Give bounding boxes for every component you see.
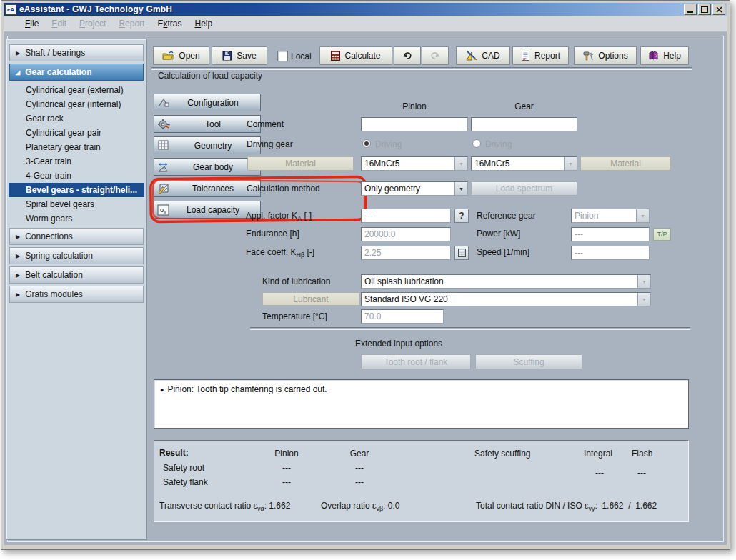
safety-flank-gear-value: --- — [338, 477, 381, 487]
sidebar-item-cylindrical-gear-internal[interactable]: Cylindrical gear (internal) — [9, 97, 144, 111]
sidebar-section-belt-calculation[interactable]: ▶Belt calculation — [9, 266, 144, 284]
redo-button[interactable] — [422, 46, 449, 65]
driving-pinion-radio[interactable] — [362, 139, 371, 148]
sidebar-section-gear-calculation[interactable]: ◢Gear calculation — [9, 64, 144, 81]
sidebar-item-gear-rack[interactable]: Gear rack — [9, 111, 144, 126]
message-text: Pinion: Tooth tip chamfering is carried … — [167, 384, 327, 394]
options-button[interactable]: Options — [574, 46, 637, 65]
lubricant-button[interactable]: Lubricant — [262, 292, 359, 306]
open-folder-icon — [162, 51, 174, 61]
undo-icon — [402, 51, 413, 60]
chevron-down-icon[interactable]: ▼ — [637, 275, 650, 288]
local-checkbox[interactable] — [277, 51, 288, 61]
save-floppy-icon — [222, 51, 232, 61]
material-button-right[interactable]: Material — [580, 156, 671, 171]
speed-input[interactable]: --- — [571, 246, 650, 260]
chevron-right-icon: ▶ — [16, 50, 20, 56]
menu-bar: File Edit Project Report Extras Help — [4, 16, 727, 32]
close-button[interactable] — [712, 4, 725, 15]
chevron-down-icon[interactable]: ▼ — [454, 182, 467, 195]
menu-help[interactable]: Help — [189, 17, 218, 30]
reference-gear-select[interactable]: Pinion ▼ — [571, 209, 650, 223]
save-button[interactable]: Save — [212, 46, 267, 65]
material-gear-value: 16MnCr5 — [472, 157, 564, 170]
transverse-contact-ratio-value: 1.662 — [269, 501, 290, 511]
load-capacity-button[interactable]: σx Load capacity — [154, 201, 261, 219]
local-checkbox-label: Local — [291, 51, 312, 61]
lubrication-select[interactable]: Oil splash lubrication ▼ — [361, 274, 651, 289]
sidebar-item-bevel-gears[interactable]: Bevel gears - straight/heli... — [9, 183, 144, 197]
appl-factor-input[interactable]: --- — [361, 209, 451, 223]
minimize-button[interactable] — [684, 4, 697, 15]
chevron-right-icon: ▶ — [16, 253, 20, 259]
endurance-input[interactable]: 20000.0 — [361, 227, 451, 241]
sidebar-section-label: Belt calculation — [25, 270, 83, 280]
tooth-root-flank-button[interactable]: Tooth root / flank — [361, 354, 471, 369]
sidebar-item-3-gear-train[interactable]: 3-Gear train — [9, 154, 144, 169]
report-button[interactable]: Report — [512, 46, 569, 65]
appl-factor-help-button[interactable]: ? — [454, 209, 469, 223]
sidebar-section-gratis-modules[interactable]: ▶Gratis modules — [9, 286, 144, 303]
lubrication-value: Oil splash lubrication — [362, 275, 637, 288]
sidebar-item-4-gear-train[interactable]: 4-Gear train — [9, 169, 144, 183]
geometry-button[interactable]: Geometry — [154, 136, 261, 154]
sidebar-item-cylindrical-gear-external[interactable]: Cylindrical gear (external) — [9, 83, 144, 97]
sidebar-item-worm-gears[interactable]: Worm gears — [9, 211, 144, 226]
form-separator — [250, 327, 690, 330]
sidebar-section-spring-calculation[interactable]: ▶Spring calculation — [9, 247, 144, 264]
sidebar-section-connections[interactable]: ▶Connections — [9, 228, 144, 245]
chevron-right-icon: ▶ — [16, 272, 20, 279]
load-capacity-button-label: Load capacity — [173, 205, 253, 215]
power-input[interactable]: --- — [571, 227, 650, 241]
calculation-method-select[interactable]: Only geometry ▼ — [361, 181, 468, 196]
radio-dot — [364, 141, 369, 146]
menu-edit[interactable]: Edit — [46, 17, 72, 30]
material-pinion-select[interactable]: 16MnCr5 ▼ — [361, 156, 468, 171]
help-book-icon: ? — [648, 51, 659, 61]
tool-button[interactable]: Tool — [154, 115, 261, 133]
cad-button[interactable]: CAD — [456, 46, 510, 65]
face-coeff-input[interactable]: 2.25 — [361, 246, 451, 260]
chevron-down-icon[interactable]: ▼ — [564, 157, 577, 170]
svg-text:?: ? — [655, 52, 658, 59]
transverse-contact-ratio: Transverse contact ratio εvα: 1.662 — [159, 501, 290, 512]
help-button[interactable]: ? Help — [640, 46, 689, 65]
reference-gear-label: Reference gear — [477, 211, 536, 221]
sidebar-section-shaft-bearings[interactable]: ▶Shaft / bearings — [9, 44, 144, 61]
torque-power-toggle-button[interactable]: T/P — [653, 228, 671, 241]
material-gear-select[interactable]: 16MnCr5 ▼ — [471, 156, 577, 171]
tolerances-button[interactable]: Tolerances — [154, 179, 261, 197]
driving-gear-radio-label: Driving — [485, 139, 512, 149]
menu-report[interactable]: Report — [113, 17, 150, 30]
scuffing-button[interactable]: Scuffing — [475, 354, 582, 369]
menu-extras[interactable]: Extras — [151, 17, 187, 30]
calculate-button[interactable]: Calculate — [319, 46, 392, 65]
face-coeff-calculator-button[interactable] — [454, 246, 469, 260]
comment-gear-input[interactable] — [471, 117, 577, 131]
sidebar-item-spiral-bevel-gears[interactable]: Spiral bevel gears — [9, 197, 144, 211]
driving-gear-radio[interactable] — [472, 139, 481, 148]
material-button-left[interactable]: Material — [247, 156, 354, 171]
chevron-down-icon[interactable]: ▼ — [454, 157, 467, 170]
configuration-button[interactable]: Configuration — [154, 94, 261, 111]
open-button-label: Open — [179, 51, 199, 61]
driving-gear-label: Driving gear — [247, 139, 293, 149]
menu-project[interactable]: Project — [74, 17, 111, 30]
gear-body-button[interactable]: Gear body — [154, 158, 261, 176]
total-contact-ratio-iso: 1.662 — [635, 501, 657, 511]
open-button[interactable]: Open — [153, 46, 209, 65]
sidebar-item-planetary-gear-train[interactable]: Planetary gear train — [9, 140, 144, 154]
chevron-down-icon[interactable]: ▼ — [636, 209, 649, 222]
menu-file[interactable]: File — [19, 17, 44, 30]
maximize-button[interactable] — [698, 4, 711, 15]
sidebar: ▶Shaft / bearings ◢Gear calculation Cyli… — [6, 39, 147, 540]
load-spectrum-button[interactable]: Load spectrum — [471, 181, 577, 196]
chevron-down-icon[interactable]: ▼ — [637, 293, 650, 306]
undo-button[interactable] — [394, 46, 421, 65]
sidebar-section-label: Connections — [25, 231, 73, 241]
lubricant-select[interactable]: Standard ISO VG 220 ▼ — [361, 292, 651, 306]
temperature-input[interactable]: 70.0 — [361, 309, 444, 324]
chevron-expanded-icon: ◢ — [16, 69, 20, 76]
sidebar-item-cylindrical-gear-pair[interactable]: Cylindrical gear pair — [9, 126, 144, 140]
comment-pinion-input[interactable] — [361, 117, 468, 131]
